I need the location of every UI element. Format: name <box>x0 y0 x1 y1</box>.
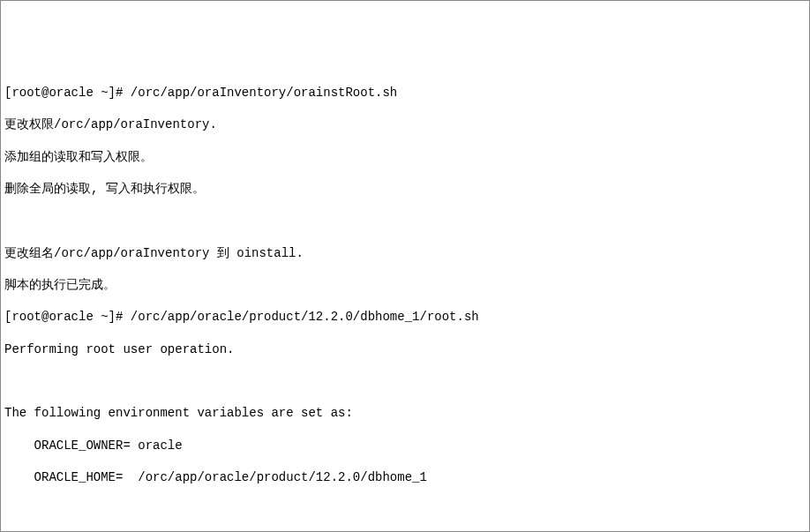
blank-line <box>4 213 806 229</box>
prompt-line[interactable]: [root@oracle ~]# /orc/app/oracle/product… <box>4 309 806 325</box>
blank-line <box>4 501 806 517</box>
output-line: 添加组的读取和写入权限。 <box>4 149 806 165</box>
output-line: 更改组名/orc/app/oraInventory 到 oinstall. <box>4 245 806 261</box>
terminal-output: [root@oracle ~]# /orc/app/oraInventory/o… <box>4 69 806 532</box>
output-line: The following environment variables are … <box>4 405 806 421</box>
blank-line <box>4 373 806 389</box>
output-line: 删除全局的读取, 写入和执行权限。 <box>4 181 806 197</box>
output-line: ORACLE_HOME= /orc/app/oracle/product/12.… <box>4 469 806 485</box>
prompt-line[interactable]: [root@oracle ~]# /orc/app/oraInventory/o… <box>4 85 806 101</box>
output-line: Performing root user operation. <box>4 341 806 357</box>
output-line: ORACLE_OWNER= oracle <box>4 438 806 453</box>
output-line: 更改权限/orc/app/oraInventory. <box>4 116 806 132</box>
output-line: 脚本的执行已完成。 <box>4 277 806 293</box>
